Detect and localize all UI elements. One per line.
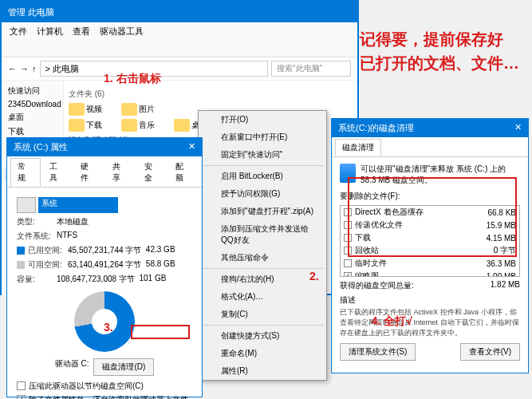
- red-highlight-btn: [131, 325, 190, 339]
- index-checkbox[interactable]: [17, 395, 26, 399]
- ctx-item[interactable]: 属性(R): [199, 362, 326, 380]
- tab-share[interactable]: 共享: [105, 158, 136, 187]
- clean-sys-button[interactable]: 清理系统文件(S): [340, 343, 416, 361]
- ctx-item[interactable]: 其他压缩命令: [199, 249, 326, 267]
- props-tabs: 常规 工具 硬件 共享 安全 配额: [7, 156, 202, 188]
- ctx-item[interactable]: 格式化(A)…: [199, 288, 326, 306]
- disk-cleanup-button[interactable]: 磁盘清理(D): [93, 358, 154, 376]
- sidebar-quick[interactable]: 快速访问: [5, 84, 60, 98]
- folder-item[interactable]: 图片: [121, 103, 155, 116]
- tab-view[interactable]: 查看: [73, 26, 90, 53]
- close-icon[interactable]: ✕: [514, 122, 522, 134]
- tab-hardware[interactable]: 硬件: [73, 158, 104, 187]
- file-row[interactable]: 临时文件 36.3 MB: [341, 257, 519, 270]
- address-bar-row: ← → ↑ > 此电脑 搜索"此电脑": [2, 57, 357, 81]
- folder-item[interactable]: 视频: [69, 103, 102, 116]
- back-icon[interactable]: ←: [8, 64, 17, 73]
- ctx-item[interactable]: 重命名(M): [199, 345, 326, 362]
- folder-icon: [121, 119, 137, 132]
- tab-diskcleanup[interactable]: 磁盘清理: [335, 139, 381, 156]
- props-titlebar: 系统 (C:) 属性✕: [7, 138, 202, 156]
- sidebar-item[interactable]: 2345Download: [5, 98, 60, 110]
- free-swatch: [17, 261, 25, 269]
- file-row[interactable]: 缩略图 1.00 MB: [341, 270, 519, 277]
- up-icon[interactable]: ↑: [32, 64, 37, 73]
- drive-icon: [17, 197, 36, 213]
- address-bar[interactable]: > 此电脑: [40, 61, 269, 77]
- used-swatch: [17, 247, 25, 255]
- tab-file[interactable]: 文件: [10, 26, 27, 53]
- cleanup-titlebar: 系统(C:)的磁盘清理✕: [332, 119, 528, 137]
- tab-general[interactable]: 常规: [10, 158, 41, 187]
- context-menu: 打开(O)在新窗口中打开(E)固定到"快速访问"启用 BitLocker(B)授…: [198, 110, 327, 381]
- folder-icon: [174, 119, 190, 132]
- usage-donut: [74, 291, 135, 352]
- drive-name-input[interactable]: 系统: [38, 197, 118, 213]
- desc-label: 描述: [340, 294, 520, 306]
- folder-item[interactable]: 音乐: [121, 119, 155, 132]
- drive-label: 驱动器 C:: [55, 358, 89, 376]
- ctx-item[interactable]: 搜狗/右沈的(H): [199, 271, 326, 288]
- ctx-item[interactable]: 添加到压缩文件并发送给QQ好友: [199, 220, 326, 249]
- ribbon: 文件 计算机 查看 驱动器工具: [2, 22, 357, 57]
- explorer-titlebar: 管理 此电脑: [2, 2, 357, 22]
- sidebar-item[interactable]: 桌面: [5, 110, 60, 124]
- ctx-item[interactable]: 固定到"快速访问": [199, 146, 326, 164]
- ctx-item[interactable]: 在新窗口中打开(E): [199, 128, 326, 146]
- ctx-item[interactable]: 授予访问权限(G): [199, 185, 326, 203]
- close-icon[interactable]: ✕: [188, 141, 195, 153]
- folder-icon: [69, 119, 85, 132]
- ctx-item[interactable]: 创建快捷方式(S): [199, 327, 326, 345]
- ctx-item[interactable]: 复制(C): [199, 306, 326, 323]
- folder-item[interactable]: 下载: [69, 119, 102, 132]
- compress-checkbox[interactable]: [17, 381, 26, 390]
- ctx-item[interactable]: 启用 BitLocker(B): [199, 168, 326, 185]
- view-files-button[interactable]: 查看文件(V): [460, 343, 520, 361]
- properties-dialog: 系统 (C:) 属性✕ 常规 工具 硬件 共享 安全 配额 系统 类型:本地磁盘…: [6, 137, 203, 397]
- tab-quota[interactable]: 配额: [168, 158, 199, 187]
- annotation-title: 记得要，提前保存好 已打开的文档、文件…: [360, 27, 519, 75]
- fwd-icon[interactable]: →: [20, 64, 29, 73]
- ctx-item[interactable]: 打开(O): [199, 111, 326, 128]
- folder-icon: [69, 103, 85, 116]
- folder-icon: [121, 103, 137, 116]
- tab-tools[interactable]: 工具: [42, 158, 73, 187]
- ctx-item[interactable]: 添加到"键盘打开程".zip(A): [199, 203, 326, 220]
- search-input[interactable]: 搜索"此电脑": [271, 61, 351, 77]
- file-checkbox[interactable]: [344, 259, 352, 267]
- tab-computer[interactable]: 计算机: [37, 26, 63, 53]
- tab-drivetools[interactable]: 驱动器工具: [100, 26, 144, 53]
- desc-text: 已下载的程序文件包括 ActiveX 控件和 Java 小程序，你查看特定网页时…: [340, 307, 520, 338]
- red-highlight-box: [348, 177, 517, 257]
- section-folders: 文件夹 (6): [69, 89, 353, 100]
- title-text: 管理 此电脑: [8, 6, 54, 18]
- file-checkbox[interactable]: [344, 272, 352, 277]
- tab-security[interactable]: 安全: [137, 158, 167, 187]
